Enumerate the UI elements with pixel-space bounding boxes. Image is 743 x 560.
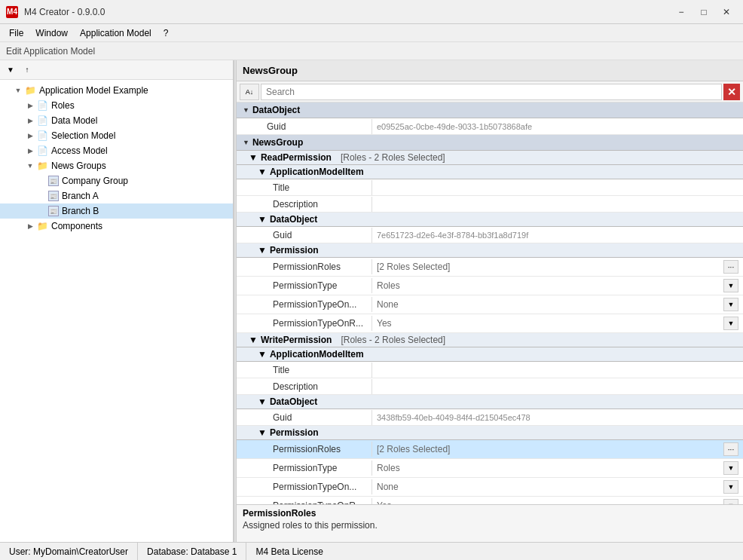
bottom-info-description: Assigned roles to this permission.	[243, 520, 737, 531]
maximize-button[interactable]: □	[693, 5, 714, 20]
prop-row-permissiontype-write: PermissionType Roles ▼	[237, 459, 743, 478]
tree-node-selectionmodel[interactable]: ▶ 📄 Selection Model	[0, 128, 233, 143]
section-label-dataobject-top: DataObject	[252, 105, 300, 115]
tree-node-root[interactable]: ▼ 📁 Application Model Example	[0, 83, 233, 98]
sort-az-button[interactable]: A↓	[240, 84, 259, 100]
prop-value-title-read[interactable]	[372, 185, 743, 190]
collapse-icon-permission-read: ▼	[258, 245, 267, 256]
collapse-icon-dataobject-read: ▼	[258, 214, 267, 225]
menu-file[interactable]: File	[3, 26, 29, 40]
prop-value-title-write[interactable]	[372, 368, 743, 372]
prop-name-description-write: Description	[237, 379, 372, 394]
subsection-dataobject-write[interactable]: ▼ DataObject	[237, 395, 743, 409]
permissiontyper-write-dropdown[interactable]: ▼	[723, 499, 738, 504]
prop-value-permissiontype-write[interactable]: Roles ▼	[372, 459, 743, 477]
close-button[interactable]: ✕	[716, 5, 737, 20]
subsection-appmodelitem-read[interactable]: ▼ ApplicationModelItem	[237, 165, 743, 179]
collapse-icon-permission-write: ▼	[258, 427, 267, 438]
prop-value-permissiontype-read[interactable]: Roles ▼	[372, 277, 743, 295]
readpermission-extra: [Roles - 2 Roles Selected]	[341, 152, 445, 163]
prop-value-description-write[interactable]	[372, 384, 743, 389]
prop-name-guid-read: Guid	[237, 228, 372, 243]
title-bar-title: M4 Creator - 0.9.0.0	[24, 7, 105, 17]
permissiontypeon-read-dropdown[interactable]: ▼	[723, 298, 738, 311]
expander-components[interactable]: ▶	[24, 220, 36, 232]
tree-label-components: Components	[51, 221, 102, 231]
subsection-permission-read[interactable]: ▼ Permission	[237, 243, 743, 258]
subsection-readpermission[interactable]: ▼ ReadPermission [Roles - 2 Roles Select…	[237, 151, 743, 165]
tree-node-brancha[interactable]: 📰 Branch A	[0, 188, 233, 203]
prop-row-guid-read: Guid 7e651723-d2e6-4e3f-8784-bb3f1a8d719…	[237, 227, 743, 243]
status-license: M4 Beta License	[246, 543, 332, 560]
expander-roles[interactable]: ▶	[24, 99, 36, 112]
section-dataobject-top[interactable]: ▼ DataObject	[237, 103, 743, 118]
menu-help[interactable]: ?	[157, 26, 175, 40]
tree-node-accessmodel[interactable]: ▶ 📄 Access Model	[0, 143, 233, 158]
right-panel-header: NewsGroup	[237, 60, 743, 81]
prop-name-permissiontyper-read: PermissionTypeOnR...	[237, 316, 372, 331]
prop-row-permissiontypeon-read: PermissionTypeOn... None ▼	[237, 295, 743, 314]
collapse-icon-appmodelitem-write: ▼	[258, 349, 267, 360]
prop-value-permissionroles-read[interactable]: [2 Roles Selected] ···	[372, 258, 743, 276]
expander-branchb	[36, 205, 48, 217]
tree-btn-down[interactable]: ▼	[3, 63, 18, 78]
title-bar-left: M4 M4 Creator - 0.9.0.0	[6, 6, 105, 18]
prop-row-title-write: Title	[237, 362, 743, 378]
menu-window[interactable]: Window	[29, 26, 74, 40]
expander-datamodel[interactable]: ▶	[24, 115, 36, 127]
collapse-icon-newsgroup: ▼	[243, 139, 249, 146]
doc-icon-accessmodel: 📄	[36, 145, 48, 157]
bottom-info-title: PermissionRoles	[243, 508, 737, 519]
subsection-writepermission[interactable]: ▼ WritePermission [Roles - 2 Roles Selec…	[237, 333, 743, 347]
subsection-appmodelitem-write[interactable]: ▼ ApplicationModelItem	[237, 347, 743, 362]
prop-row-description-write: Description	[237, 378, 743, 395]
prop-value-description-read[interactable]	[372, 202, 743, 207]
prop-value-permissiontyper-write[interactable]: Yes ▼	[372, 497, 743, 504]
permissiontype-write-dropdown[interactable]: ▼	[723, 461, 738, 475]
expander-selectionmodel[interactable]: ▶	[24, 130, 36, 142]
permissionroles-read-ellipsis[interactable]: ···	[723, 260, 738, 274]
tree-node-datamodel[interactable]: ▶ 📄 Data Model	[0, 113, 233, 128]
tree-node-branchb[interactable]: 📰 Branch B	[0, 203, 233, 219]
prop-value-permissiontypeon-read[interactable]: None ▼	[372, 295, 743, 314]
prop-value-permissiontypeon-write[interactable]: None ▼	[372, 478, 743, 496]
permissiontype-read-value: Roles	[377, 280, 400, 291]
prop-value-guid-write: 3438fb59-40eb-4049-84f4-d215045ec478	[372, 411, 743, 424]
tree-node-newsgroups[interactable]: ▼ 📁 News Groups	[0, 158, 233, 173]
tree-label-brancha: Branch A	[62, 191, 99, 201]
permissionroles-write-ellipsis[interactable]: ···	[723, 442, 738, 456]
expander-companygroup	[36, 175, 48, 187]
search-input[interactable]	[261, 84, 722, 100]
tree-node-roles[interactable]: ▶ 📄 Roles	[0, 98, 233, 113]
subsection-label-permission-read: Permission	[270, 245, 319, 256]
prop-value-guid-top: e09525ac-0cbe-49de-9033-1b5073868afe	[372, 120, 743, 133]
menu-application-model[interactable]: Application Model	[74, 26, 157, 40]
expander-accessmodel[interactable]: ▶	[24, 145, 36, 157]
prop-value-permissionroles-write[interactable]: [2 Roles Selected] ···	[372, 440, 743, 458]
title-bar: M4 M4 Creator - 0.9.0.0 − □ ✕	[0, 0, 743, 24]
tree-node-components[interactable]: ▶ 📁 Components	[0, 219, 233, 234]
status-user: User: MyDomain\CreatorUser	[0, 543, 138, 560]
doc-icon-datamodel: 📄	[36, 115, 48, 127]
subsection-permission-write[interactable]: ▼ Permission	[237, 426, 743, 440]
newsgroup-icon-companygroup: 📰	[48, 176, 59, 186]
expander-root[interactable]: ▼	[12, 84, 24, 96]
right-toolbar: A↓ ✕	[237, 81, 743, 103]
tree-btn-up[interactable]: ↑	[20, 63, 35, 78]
subsection-dataobject-read[interactable]: ▼ DataObject	[237, 213, 743, 227]
permissiontype-read-dropdown[interactable]: ▼	[723, 279, 738, 292]
doc-icon-roles: 📄	[36, 99, 48, 112]
minimize-button[interactable]: −	[671, 5, 692, 20]
expander-newsgroups[interactable]: ▼	[24, 160, 36, 172]
permissiontypeon-read-value: None	[377, 299, 399, 310]
prop-row-description-read: Description	[237, 196, 743, 213]
permissiontyper-read-dropdown[interactable]: ▼	[723, 317, 738, 330]
tree-label-accessmodel: Access Model	[51, 145, 108, 156]
tree-node-companygroup[interactable]: 📰 Company Group	[0, 173, 233, 188]
prop-name-title-read: Title	[237, 180, 372, 195]
prop-value-permissiontyper-read[interactable]: Yes ▼	[372, 314, 743, 332]
section-newsgroup[interactable]: ▼ NewsGroup	[237, 135, 743, 151]
search-clear-button[interactable]: ✕	[723, 84, 740, 100]
permissiontypeon-write-dropdown[interactable]: ▼	[723, 480, 738, 494]
app-icon: M4	[6, 6, 18, 18]
